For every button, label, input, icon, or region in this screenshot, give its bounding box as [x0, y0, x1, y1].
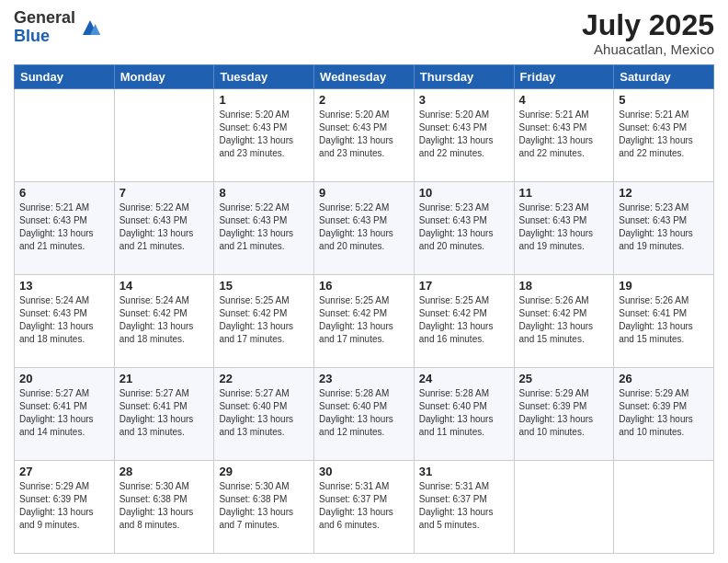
table-row: 6Sunrise: 5:21 AMSunset: 6:43 PMDaylight…	[15, 182, 115, 275]
day-info: Sunrise: 5:24 AMSunset: 6:43 PMDaylight:…	[19, 294, 109, 346]
table-row	[15, 89, 115, 182]
table-row	[614, 461, 714, 554]
sunset-text: Sunset: 6:41 PM	[19, 400, 109, 413]
daylight-text: Daylight: 13 hours and 23 minutes.	[319, 134, 409, 160]
sunrise-text: Sunrise: 5:25 AM	[419, 294, 509, 307]
day-info: Sunrise: 5:30 AMSunset: 6:38 PMDaylight:…	[219, 480, 309, 532]
sunset-text: Sunset: 6:42 PM	[419, 307, 509, 320]
sunset-text: Sunset: 6:43 PM	[519, 121, 609, 134]
sunset-text: Sunset: 6:43 PM	[619, 214, 709, 227]
sunset-text: Sunset: 6:43 PM	[219, 214, 309, 227]
sunset-text: Sunset: 6:42 PM	[519, 307, 609, 320]
daylight-text: Daylight: 13 hours and 22 minutes.	[619, 134, 709, 160]
sunset-text: Sunset: 6:43 PM	[319, 214, 409, 227]
day-info: Sunrise: 5:25 AMSunset: 6:42 PMDaylight:…	[419, 294, 509, 346]
day-number: 7	[119, 186, 210, 200]
day-number: 2	[319, 93, 409, 107]
daylight-text: Daylight: 13 hours and 23 minutes.	[219, 134, 309, 160]
daylight-text: Daylight: 13 hours and 17 minutes.	[319, 320, 409, 346]
daylight-text: Daylight: 13 hours and 5 minutes.	[419, 506, 509, 532]
day-info: Sunrise: 5:28 AMSunset: 6:40 PMDaylight:…	[419, 387, 509, 439]
day-info: Sunrise: 5:31 AMSunset: 6:37 PMDaylight:…	[319, 480, 409, 532]
daylight-text: Daylight: 13 hours and 8 minutes.	[119, 506, 210, 532]
table-row: 11Sunrise: 5:23 AMSunset: 6:43 PMDayligh…	[514, 182, 614, 275]
daylight-text: Daylight: 13 hours and 15 minutes.	[619, 320, 709, 346]
table-row: 22Sunrise: 5:27 AMSunset: 6:40 PMDayligh…	[214, 368, 314, 461]
daylight-text: Daylight: 13 hours and 18 minutes.	[19, 320, 109, 346]
sunset-text: Sunset: 6:42 PM	[119, 307, 210, 320]
day-info: Sunrise: 5:21 AMSunset: 6:43 PMDaylight:…	[19, 201, 109, 253]
table-row: 24Sunrise: 5:28 AMSunset: 6:40 PMDayligh…	[414, 368, 514, 461]
sunrise-text: Sunrise: 5:24 AM	[119, 294, 210, 307]
daylight-text: Daylight: 13 hours and 20 minutes.	[419, 227, 509, 253]
day-number: 20	[19, 372, 109, 385]
sunrise-text: Sunrise: 5:30 AM	[119, 480, 210, 493]
table-row: 18Sunrise: 5:26 AMSunset: 6:42 PMDayligh…	[514, 275, 614, 368]
day-info: Sunrise: 5:24 AMSunset: 6:42 PMDaylight:…	[119, 294, 210, 346]
table-row: 4Sunrise: 5:21 AMSunset: 6:43 PMDaylight…	[514, 89, 614, 182]
table-row: 3Sunrise: 5:20 AMSunset: 6:43 PMDaylight…	[414, 89, 514, 182]
location: Ahuacatlan, Mexico	[582, 41, 714, 57]
day-number: 24	[419, 372, 509, 385]
day-info: Sunrise: 5:27 AMSunset: 6:40 PMDaylight:…	[219, 387, 309, 439]
day-number: 17	[419, 279, 509, 293]
day-info: Sunrise: 5:23 AMSunset: 6:43 PMDaylight:…	[619, 201, 709, 253]
sunset-text: Sunset: 6:43 PM	[419, 121, 509, 134]
sunset-text: Sunset: 6:41 PM	[619, 307, 709, 320]
sunrise-text: Sunrise: 5:21 AM	[519, 109, 609, 121]
day-number: 23	[319, 372, 409, 385]
table-row: 29Sunrise: 5:30 AMSunset: 6:38 PMDayligh…	[214, 461, 314, 554]
day-info: Sunrise: 5:27 AMSunset: 6:41 PMDaylight:…	[119, 387, 210, 439]
sunrise-text: Sunrise: 5:25 AM	[219, 294, 309, 307]
table-row: 1Sunrise: 5:20 AMSunset: 6:43 PMDaylight…	[214, 89, 314, 182]
sunrise-text: Sunrise: 5:29 AM	[19, 480, 109, 493]
daylight-text: Daylight: 13 hours and 6 minutes.	[319, 506, 409, 532]
day-number: 29	[219, 465, 309, 478]
table-row: 2Sunrise: 5:20 AMSunset: 6:43 PMDaylight…	[314, 89, 415, 182]
daylight-text: Daylight: 13 hours and 10 minutes.	[619, 413, 709, 439]
day-info: Sunrise: 5:23 AMSunset: 6:43 PMDaylight:…	[519, 201, 609, 253]
page: General Blue July 2025 Ahuacatlan, Mexic…	[0, 0, 728, 563]
sunrise-text: Sunrise: 5:22 AM	[219, 201, 309, 214]
day-info: Sunrise: 5:21 AMSunset: 6:43 PMDaylight:…	[519, 109, 609, 160]
title-block: July 2025 Ahuacatlan, Mexico	[582, 9, 714, 57]
header-thursday: Thursday	[414, 65, 514, 89]
table-row: 23Sunrise: 5:28 AMSunset: 6:40 PMDayligh…	[314, 368, 415, 461]
table-row: 9Sunrise: 5:22 AMSunset: 6:43 PMDaylight…	[314, 182, 415, 275]
daylight-text: Daylight: 13 hours and 11 minutes.	[419, 413, 509, 439]
daylight-text: Daylight: 13 hours and 21 minutes.	[219, 227, 309, 253]
daylight-text: Daylight: 13 hours and 19 minutes.	[519, 227, 609, 253]
sunset-text: Sunset: 6:41 PM	[119, 400, 210, 413]
sunset-text: Sunset: 6:43 PM	[619, 121, 709, 134]
week-row-5: 27Sunrise: 5:29 AMSunset: 6:39 PMDayligh…	[15, 461, 714, 554]
sunset-text: Sunset: 6:43 PM	[319, 121, 409, 134]
table-row: 17Sunrise: 5:25 AMSunset: 6:42 PMDayligh…	[414, 275, 514, 368]
sunset-text: Sunset: 6:43 PM	[219, 121, 309, 134]
header: General Blue July 2025 Ahuacatlan, Mexic…	[14, 9, 714, 57]
sunrise-text: Sunrise: 5:21 AM	[619, 109, 709, 121]
day-info: Sunrise: 5:31 AMSunset: 6:37 PMDaylight:…	[419, 480, 509, 532]
sunrise-text: Sunrise: 5:27 AM	[19, 387, 109, 400]
day-info: Sunrise: 5:25 AMSunset: 6:42 PMDaylight:…	[219, 294, 309, 346]
day-info: Sunrise: 5:25 AMSunset: 6:42 PMDaylight:…	[319, 294, 409, 346]
day-number: 10	[419, 186, 509, 200]
table-row: 7Sunrise: 5:22 AMSunset: 6:43 PMDaylight…	[114, 182, 214, 275]
day-number: 14	[119, 279, 210, 293]
daylight-text: Daylight: 13 hours and 12 minutes.	[319, 413, 409, 439]
daylight-text: Daylight: 13 hours and 22 minutes.	[519, 134, 609, 160]
day-info: Sunrise: 5:26 AMSunset: 6:41 PMDaylight:…	[619, 294, 709, 346]
day-info: Sunrise: 5:29 AMSunset: 6:39 PMDaylight:…	[619, 387, 709, 439]
table-row: 10Sunrise: 5:23 AMSunset: 6:43 PMDayligh…	[414, 182, 514, 275]
sunset-text: Sunset: 6:43 PM	[519, 214, 609, 227]
day-number: 15	[219, 279, 309, 293]
sunset-text: Sunset: 6:40 PM	[319, 400, 409, 413]
sunrise-text: Sunrise: 5:20 AM	[319, 109, 409, 121]
sunrise-text: Sunrise: 5:28 AM	[419, 387, 509, 400]
day-number: 1	[219, 93, 309, 107]
sunrise-text: Sunrise: 5:22 AM	[319, 201, 409, 214]
day-info: Sunrise: 5:23 AMSunset: 6:43 PMDaylight:…	[419, 201, 509, 253]
daylight-text: Daylight: 13 hours and 19 minutes.	[619, 227, 709, 253]
sunrise-text: Sunrise: 5:26 AM	[619, 294, 709, 307]
sunrise-text: Sunrise: 5:27 AM	[119, 387, 210, 400]
sunrise-text: Sunrise: 5:30 AM	[219, 480, 309, 493]
